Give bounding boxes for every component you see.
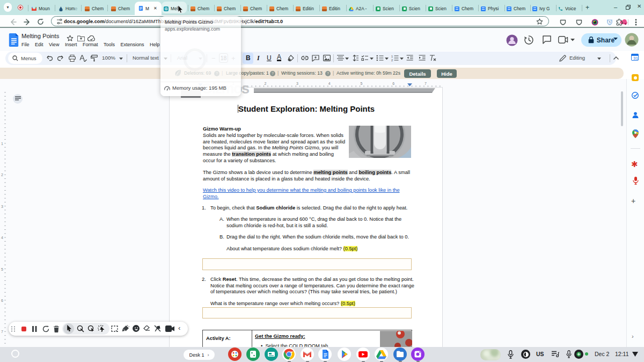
svg-text:2: 2 <box>1 173 3 177</box>
svg-text:6: 6 <box>1 299 3 302</box>
svg-text:3: 3 <box>296 82 298 85</box>
svg-text:5: 5 <box>361 82 363 85</box>
svg-text:3: 3 <box>1 205 3 208</box>
svg-text:7: 7 <box>425 82 427 85</box>
svg-text:2: 2 <box>264 82 266 85</box>
svg-text:31: 31 <box>633 56 638 61</box>
svg-text:4: 4 <box>328 82 331 85</box>
svg-text:6: 6 <box>392 82 394 85</box>
svg-text:4: 4 <box>1 236 3 240</box>
svg-text:5: 5 <box>1 267 3 271</box>
svg-text:7: 7 <box>1 330 3 334</box>
svg-text:1: 1 <box>391 55 393 58</box>
svg-text:1: 1 <box>1 142 3 146</box>
svg-text:2: 2 <box>391 59 393 62</box>
